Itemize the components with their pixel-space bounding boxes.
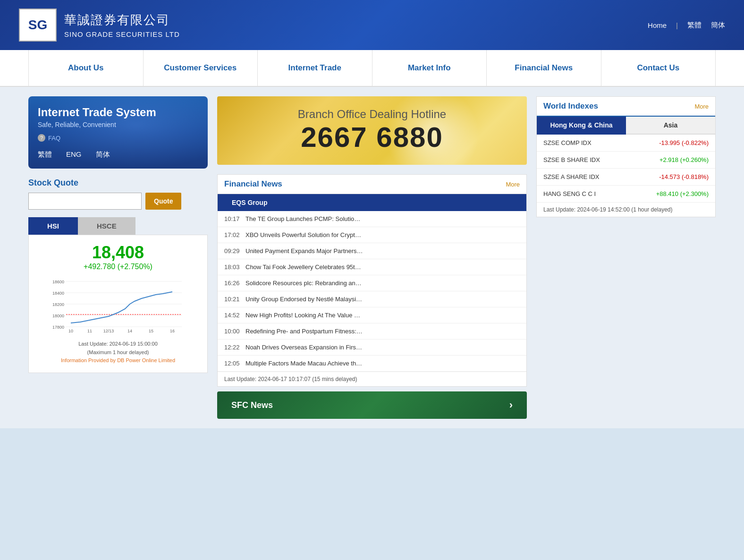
internet-trade-box: Internet Trade System Safe, Reliable, Co… (28, 96, 208, 169)
wi-tabs: Hong Kong & China Asia (537, 117, 715, 135)
news-item[interactable]: 10:21 Unity Group Endorsed by Nestlé Mal… (218, 291, 526, 307)
wi-last-update: Last Update: 2024-06-19 14:52:00 (1 hour… (537, 203, 715, 217)
svg-text:14: 14 (127, 329, 132, 333)
content-area: Internet Trade System Safe, Reliable, Co… (0, 87, 744, 428)
news-item[interactable]: 10:00 Redefining Pre- and Postpartum Fit… (218, 323, 526, 339)
wi-row[interactable]: HANG SENG C C I +88.410 (+2.300%) (537, 186, 715, 203)
stock-input[interactable] (28, 193, 142, 210)
index-value: 18,408 (36, 243, 200, 263)
nav-divider: | (676, 21, 678, 29)
fin-news-title: Financial News (224, 179, 282, 189)
company-english: SINO GRADE SECURITIES LTD (64, 30, 180, 38)
world-indexes: World Indexes More Hong Kong & China Asi… (536, 96, 716, 217)
it-langs: 繁體 ENG 简体 (38, 150, 198, 159)
news-item[interactable]: 12:22 Noah Drives Overseas Expansion in … (218, 339, 526, 356)
nav-about-us[interactable]: About Us (28, 50, 144, 86)
sfc-news-button[interactable]: SFC News › (217, 391, 527, 419)
branch-title: Branch Office Dealing Hotline (236, 108, 508, 121)
logo-icon: SG (19, 8, 57, 42)
right-panel: World Indexes More Hong Kong & China Asi… (536, 96, 716, 419)
it-lang-traditional[interactable]: 繁體 (38, 150, 52, 159)
nav-internet-trade[interactable]: Internet Trade (258, 50, 372, 86)
sfc-arrow-icon: › (509, 399, 513, 411)
it-subtitle: Safe, Reliable, Convenient (38, 121, 198, 128)
header: SG 華誠證券有限公司 SINO GRADE SECURITIES LTD Ho… (0, 0, 744, 50)
news-item[interactable]: 09:29 United Payment Expands Major Partn… (218, 243, 526, 259)
nav-home[interactable]: Home (648, 21, 667, 29)
svg-text:16: 16 (170, 329, 175, 333)
tab-hsce[interactable]: HSCE (78, 217, 135, 235)
wi-more[interactable]: More (694, 103, 709, 110)
tab-hsi[interactable]: HSI (28, 217, 78, 235)
news-item[interactable]: 17:02 XBO Unveils Powerful Solution for … (218, 227, 526, 243)
financial-news-section: Financial News More EQS Group 10:17 The … (217, 174, 527, 387)
svg-text:15: 15 (149, 329, 153, 333)
wi-title: World Indexes (543, 102, 598, 111)
db-power[interactable]: Information Provided by DB Power Online … (61, 357, 175, 363)
svg-text:10: 10 (68, 329, 73, 333)
news-last-update: Last Update: 2024-06-17 10:17:07 (15 min… (218, 372, 526, 386)
wi-header: World Indexes More (537, 97, 715, 117)
it-title: Internet Trade System (38, 106, 198, 119)
svg-text:17800: 17800 (52, 325, 64, 330)
quote-button[interactable]: Quote (145, 193, 181, 210)
wi-tab-hk-china[interactable]: Hong Kong & China (537, 117, 626, 135)
index-display: 18,408 +492.780 (+2.750%) 18600 18400 18… (28, 235, 208, 373)
stock-quote-title: Stock Quote (28, 178, 208, 188)
left-panel: Internet Trade System Safe, Reliable, Co… (28, 96, 208, 419)
index-tabs: HSI HSCE (28, 217, 208, 235)
middle-panel: Branch Office Dealing Hotline 2667 6880 … (217, 96, 527, 419)
fin-news-more[interactable]: More (506, 181, 520, 188)
nav-market-info[interactable]: Market Info (372, 50, 487, 86)
fin-news-header: Financial News More (218, 175, 526, 194)
stock-input-row: Quote (28, 193, 208, 210)
wi-tab-asia[interactable]: Asia (626, 117, 715, 135)
svg-text:11: 11 (87, 329, 92, 333)
faq-icon: ? (38, 134, 45, 142)
news-item[interactable]: 10:17 The TE Group Launches PCMP: Soluti… (218, 211, 526, 227)
news-item[interactable]: 16:26 Solidcore Resources plc: Rebrandin… (218, 275, 526, 291)
nav-traditional[interactable]: 繁體 (687, 21, 702, 30)
news-tabs: EQS Group (218, 194, 526, 211)
wi-row[interactable]: SZSE COMP IDX -13.995 (-0.822%) (537, 135, 715, 152)
news-item[interactable]: 12:05 Multiple Factors Made Macau Achiev… (218, 356, 526, 372)
news-item[interactable]: 18:03 Chow Tai Fook Jewellery Celebrates… (218, 259, 526, 275)
stock-quote-section: Stock Quote Quote (28, 178, 208, 210)
wi-row[interactable]: SZSE B SHARE IDX +2.918 (+0.260%) (537, 152, 715, 169)
it-lang-english[interactable]: ENG (66, 150, 82, 159)
svg-text:18000: 18000 (52, 314, 64, 318)
svg-text:18200: 18200 (52, 302, 64, 307)
nav-financial-news[interactable]: Financial News (487, 50, 601, 86)
company-name: 華誠證券有限公司 SINO GRADE SECURITIES LTD (64, 12, 180, 38)
index-change: +492.780 (+2.750%) (36, 263, 200, 271)
news-tab-eqs[interactable]: EQS Group (218, 194, 281, 211)
svg-text:18400: 18400 (52, 291, 64, 296)
index-update: Last Update: 2024-06-19 15:00:00 (Maximu… (36, 340, 200, 365)
logo-area: SG 華誠證券有限公司 SINO GRADE SECURITIES LTD (19, 8, 180, 42)
nav-customer-services[interactable]: Customer Services (144, 50, 258, 86)
company-chinese: 華誠證券有限公司 (64, 12, 180, 28)
main-nav: About Us Customer Services Internet Trad… (0, 50, 744, 87)
news-item[interactable]: 14:52 New High Profits! Looking At The V… (218, 307, 526, 323)
mini-chart: 18600 18400 18200 18000 17800 10 11 12/1… (36, 277, 200, 333)
index-widget: HSI HSCE 18,408 +492.780 (+2.750%) 18600… (28, 217, 208, 373)
it-faq[interactable]: ? FAQ (38, 134, 198, 142)
nav-contact-us[interactable]: Contact Us (601, 50, 716, 86)
news-list: 10:17 The TE Group Launches PCMP: Soluti… (218, 211, 526, 372)
it-lang-simplified[interactable]: 简体 (96, 150, 110, 159)
wi-row[interactable]: SZSE A SHARE IDX -14.573 (-0.818%) (537, 169, 715, 186)
header-nav: Home | 繁體 簡体 (648, 21, 725, 30)
nav-simplified[interactable]: 簡体 (711, 21, 725, 30)
branch-number: 2667 6880 (236, 121, 508, 153)
svg-text:12/13: 12/13 (103, 329, 114, 333)
svg-text:18600: 18600 (52, 280, 64, 284)
branch-banner: Branch Office Dealing Hotline 2667 6880 (217, 96, 527, 165)
